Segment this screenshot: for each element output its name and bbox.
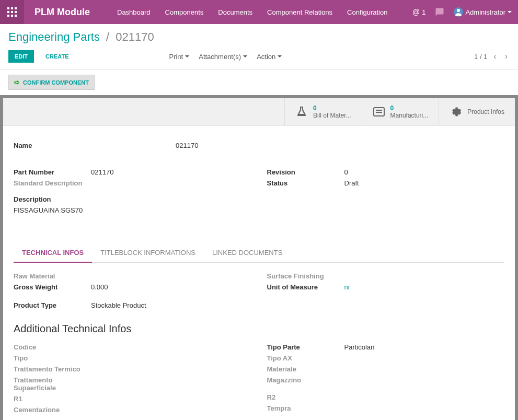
svg-rect-3 [7,11,9,13]
tipo-parte-label: Tipo Parte [267,343,344,351]
gears-icon [450,106,462,118]
materiale-label: Materiale [267,365,344,373]
stat-product-infos[interactable]: Product Infos [439,98,515,125]
svg-rect-1 [11,7,13,9]
svg-rect-4 [11,11,13,13]
cementazione-label: Cementazione [14,406,91,414]
status-value: Draft [344,179,359,187]
surface-finishing-label: Surface Finishing [267,272,344,280]
svg-rect-8 [15,15,17,17]
chat-icon[interactable] [435,7,444,17]
confirm-component-button[interactable]: ➪ CONFIRM COMPONENT [8,75,95,90]
name-value: 021170 [176,142,198,149]
revision-value: 0 [344,168,348,176]
magazzino-label: Magazzino [267,376,344,384]
print-dropdown[interactable]: Print [169,53,189,61]
r2-label: R2 [267,393,344,401]
create-button[interactable]: CREATE [39,50,75,63]
list-icon [373,106,385,118]
stat-bom[interactable]: 0Bill of Mater... [284,98,362,125]
tempra-label: Tempra [267,404,344,412]
apps-icon[interactable] [0,0,24,24]
status-label: Status [267,179,344,187]
svg-rect-2 [15,7,17,9]
tipo-ax-label: Tipo AX [267,354,344,362]
trattamento-termico-label: Trattamento Termico [14,365,91,373]
tipo-parte-value: Particolari [344,343,375,351]
arrow-right-icon: ➪ [14,78,20,86]
svg-rect-5 [15,11,17,13]
raw-material-label: Raw Material [14,272,91,280]
flask-icon [295,106,308,118]
action-dropdown[interactable]: Action [257,53,282,61]
attachments-dropdown[interactable]: Attachment(s) [199,53,247,61]
tab-titleblock-informations[interactable]: TITLEBLOCK INFORMATIONS [92,243,204,262]
uom-label: Unit of Measure [267,283,344,291]
tipo-label: Tipo [14,354,91,362]
part-number-label: Part Number [14,168,91,176]
std-desc-label: Standard Description [14,179,91,187]
nav-component-relations[interactable]: Component Relations [261,0,339,24]
pager-next[interactable]: › [503,52,510,61]
description-value: FISSAGUAINA SGS70 [14,206,83,214]
pager-prev[interactable]: ‹ [491,52,498,61]
breadcrumb: Engineering Parts / 021170 [8,30,510,44]
pager-text: 1 / 1 [474,53,487,61]
r1-label: R1 [14,395,91,403]
gross-weight-label: Gross Weight [14,283,91,291]
tab-linked-documents[interactable]: LINKED DOCUMENTS [204,243,291,262]
tab-technical-infos[interactable]: TECHNICAL INFOS [14,243,92,263]
product-type-label: Product Type [14,301,91,309]
svg-rect-0 [7,7,9,9]
name-label: Name [14,142,176,149]
svg-rect-7 [11,15,13,17]
module-name: PLM Module [24,7,100,18]
nav-components[interactable]: Components [159,0,210,24]
nav-documents[interactable]: Documents [212,0,259,24]
nav-dashboard[interactable]: Dashboard [111,0,157,24]
uom-value[interactable]: nr [344,283,351,291]
trattamento-sup-label: Trattamento Supaerficiale [14,376,91,392]
description-label: Description [14,195,91,203]
codice-label: Codice [14,343,91,351]
svg-point-10 [457,9,460,12]
edit-button[interactable]: EDIT [8,50,34,63]
messages-icon[interactable]: @1 [412,8,425,16]
user-menu[interactable]: Administrator [454,7,512,17]
revision-label: Revision [267,168,344,176]
stat-manufacturing[interactable]: 0Manufacturi... [362,98,439,125]
part-number-value: 021170 [91,168,113,176]
nav-configuration[interactable]: Configuration [341,0,394,24]
breadcrumb-current: 021170 [116,30,154,43]
additional-technical-title: Additional Technical Infos [14,323,504,335]
product-type-value: Stockable Product [91,301,146,309]
gross-weight-value: 0.000 [91,283,108,291]
svg-rect-6 [7,15,9,17]
breadcrumb-parent[interactable]: Engineering Parts [8,30,100,43]
